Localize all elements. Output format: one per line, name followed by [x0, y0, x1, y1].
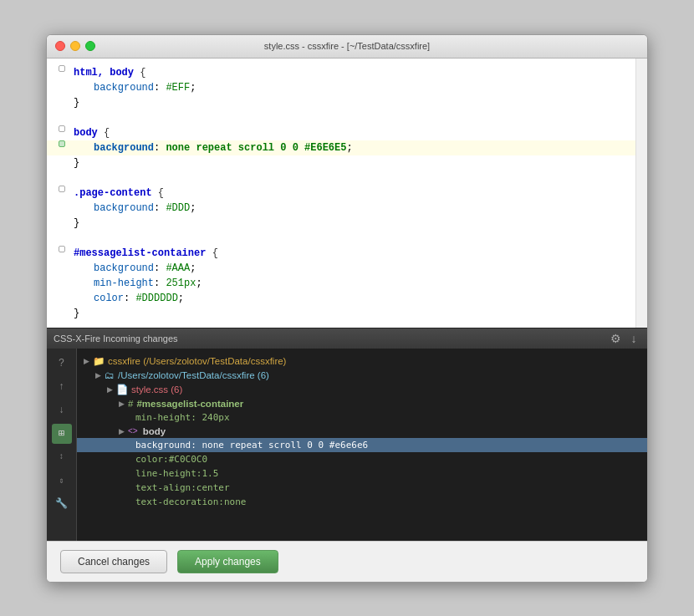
- code-line: #messagelist-container {: [47, 246, 647, 261]
- download-icon[interactable]: ↓: [627, 332, 640, 345]
- folder-icon: 📁: [93, 355, 105, 367]
- editor-wrapper: html, body { background: #EFF; }: [47, 59, 647, 328]
- close-button[interactable]: [55, 41, 65, 51]
- code-content: }: [74, 95, 647, 110]
- code-content: min-height: 251px;: [74, 276, 647, 291]
- code-line: background: #EFF;: [47, 80, 647, 95]
- tree-property-minheight[interactable]: min-height: 240px: [77, 410, 647, 425]
- code-content: background: #EFF;: [74, 80, 647, 95]
- tag-icon: <>: [128, 426, 138, 435]
- tree-property-textdecoration[interactable]: text-decoration:none: [77, 495, 647, 509]
- gutter-marker: [59, 246, 65, 252]
- arrow-icon: ▶: [119, 427, 125, 435]
- editor-area: html, body { background: #EFF; }: [47, 59, 647, 328]
- cancel-changes-button[interactable]: Cancel changes: [60, 550, 167, 573]
- panel-title: CSS-X-Fire Incoming changes: [54, 333, 178, 344]
- tree-label: body: [143, 426, 166, 436]
- code-line: background: #AAA;: [47, 261, 647, 276]
- code-content: #messagelist-container {: [74, 246, 647, 261]
- code-line: [47, 171, 647, 186]
- code-line-highlighted: background: none repeat scroll 0 0 #E6E6…: [47, 140, 647, 155]
- gutter-marker: [59, 125, 65, 132]
- traffic-lights: [55, 41, 95, 51]
- code-content: color: #DDDDDD;: [74, 291, 647, 306]
- gutter: [54, 246, 70, 252]
- panel-tree: ▶ 📁 cssxfire (/Users/zolotov/TestData/cs…: [77, 349, 647, 541]
- repo-icon: 🗂: [105, 370, 115, 380]
- gutter: [54, 65, 70, 72]
- panel-sidebar: ? ↑ ↓ ⊞ ↕ ⇕ 🔧: [47, 349, 77, 541]
- code-line: body {: [47, 125, 647, 140]
- code-line: }: [47, 306, 647, 321]
- hash-icon: #: [128, 399, 133, 409]
- code-content: .page-content {: [74, 186, 647, 201]
- code-line: }: [47, 216, 647, 231]
- arrow-down-icon[interactable]: ↓: [52, 400, 72, 420]
- tree-item-selector-1[interactable]: ▶ # #messagelist-container: [77, 397, 647, 410]
- code-content: background: #DDD;: [74, 201, 647, 216]
- code-line: }: [47, 155, 647, 171]
- panel-header: CSS-X-Fire Incoming changes ⚙ ↓: [47, 328, 647, 349]
- code-selector: html, body: [74, 67, 134, 79]
- buttons-bar: Cancel changes Apply changes: [47, 541, 647, 582]
- gutter-marker: [59, 65, 65, 72]
- code-line: .page-content {: [47, 186, 647, 201]
- arrow-up-icon[interactable]: ↑: [52, 377, 72, 397]
- code-line: min-height: 251px;: [47, 276, 647, 291]
- arrow-icon: ▶: [107, 385, 113, 394]
- code-content: background: none repeat scroll 0 0 #E6E6…: [74, 140, 647, 155]
- code-line: }: [47, 95, 647, 110]
- title-bar: style.css - cssxfire - [~/TestData/cssxf…: [47, 35, 647, 59]
- tree-property-lineheight[interactable]: line-height:1.5: [77, 466, 647, 481]
- gutter: [54, 186, 70, 192]
- gutter-marker-active: [59, 140, 65, 147]
- tree-label: #messagelist-container: [136, 399, 243, 409]
- code-content: html, body {: [74, 65, 647, 80]
- panel-body: ? ↑ ↓ ⊞ ↕ ⇕ 🔧 ▶ 📁 cssxfire (/Users/zolot…: [47, 349, 647, 541]
- tree-property-color[interactable]: color:#C0C0C0: [77, 452, 647, 466]
- code-content: background: #AAA;: [74, 261, 647, 276]
- scrollbar[interactable]: [635, 59, 647, 328]
- tree-item-selector-body[interactable]: ▶ <> body: [77, 425, 647, 438]
- code-content: }: [74, 216, 647, 231]
- tree-item-file[interactable]: ▶ 📄 style.css (6): [77, 382, 647, 397]
- collapse-icon[interactable]: ⇕: [52, 471, 72, 491]
- main-window: style.css - cssxfire - [~/TestData/cssxf…: [46, 34, 648, 583]
- arrow-icon: ▶: [84, 357, 89, 365]
- tree-label: /Users/zolotov/TestData/cssxfire (6): [118, 370, 269, 380]
- code-line: color: #DDDDDD;: [47, 291, 647, 306]
- css-icon: 📄: [116, 384, 128, 395]
- settings-gear-icon[interactable]: ⚙: [609, 332, 622, 345]
- tree-label: cssxfire (/Users/zolotov/TestData/cssxfi…: [108, 356, 286, 366]
- arrow-icon: ▶: [119, 400, 125, 408]
- code-content: }: [74, 155, 647, 171]
- gutter-marker: [59, 186, 65, 192]
- tree-item-root[interactable]: ▶ 📁 cssxfire (/Users/zolotov/TestData/cs…: [77, 354, 647, 369]
- tree-label: style.css (6): [131, 384, 182, 395]
- code-line: [47, 231, 647, 246]
- expand-icon[interactable]: ↕: [52, 447, 72, 467]
- maximize-button[interactable]: [85, 41, 95, 51]
- wrench-icon[interactable]: 🔧: [52, 494, 72, 514]
- minimize-button[interactable]: [70, 41, 80, 51]
- tree-property-background[interactable]: background: none repeat scroll 0 0 #e6e6…: [77, 438, 647, 452]
- code-content: body {: [74, 125, 647, 140]
- code-line: background: #DDD;: [47, 201, 647, 216]
- code-content: }: [74, 306, 647, 321]
- tree-item-repo[interactable]: ▶ 🗂 /Users/zolotov/TestData/cssxfire (6): [77, 369, 647, 382]
- code-line: [47, 110, 647, 125]
- grid-icon[interactable]: ⊞: [52, 424, 72, 444]
- arrow-icon: ▶: [95, 371, 101, 379]
- panel-header-actions: ⚙ ↓: [609, 332, 640, 345]
- gutter: [54, 140, 70, 147]
- code-line: html, body {: [47, 65, 647, 80]
- window-title: style.css - cssxfire - [~/TestData/cssxf…: [264, 41, 430, 51]
- question-icon[interactable]: ?: [52, 354, 72, 374]
- tree-property-textalign[interactable]: text-align:center: [77, 481, 647, 495]
- gutter: [54, 125, 70, 132]
- apply-changes-button[interactable]: Apply changes: [177, 550, 278, 573]
